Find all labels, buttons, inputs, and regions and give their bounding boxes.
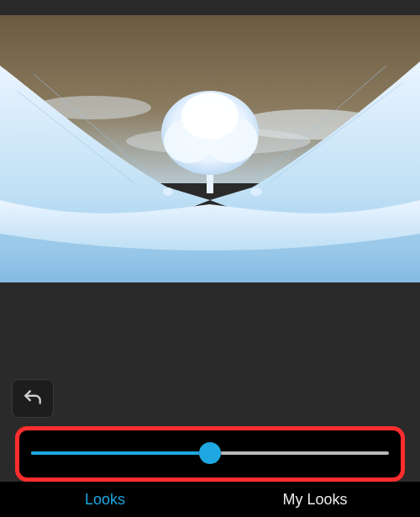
tab-looks[interactable]: Looks [0,482,210,517]
slider-track-fill [31,451,210,455]
spacer [0,282,420,372]
intensity-slider[interactable] [31,444,389,462]
slider-highlight-annotation [15,426,405,482]
undo-icon [22,388,44,409]
svg-point-8 [181,92,239,140]
undo-button[interactable] [12,379,54,418]
photo-canvas[interactable] [0,15,420,282]
tab-my-looks[interactable]: My Looks [210,482,420,517]
svg-point-9 [163,187,173,196]
bottom-tabs: Looks My Looks [0,482,420,517]
preview-image [0,15,420,282]
photo-editor-app: Looks My Looks [0,0,420,517]
controls-bar [0,372,420,482]
slider-thumb[interactable] [199,442,221,464]
svg-point-10 [250,187,262,196]
top-bar [0,0,420,15]
